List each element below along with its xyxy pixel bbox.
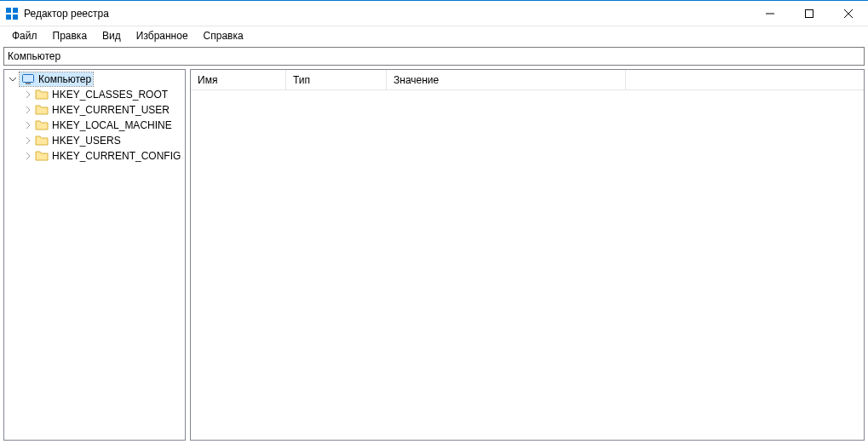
tree-item-hkcu[interactable]: HKEY_CURRENT_USER xyxy=(4,102,185,118)
window-title: Редактор реестра xyxy=(24,8,109,20)
tree-item-label: HKEY_LOCAL_MACHINE xyxy=(52,119,172,131)
folder-icon xyxy=(35,134,49,147)
tree-item-hkcc[interactable]: HKEY_CURRENT_CONFIG xyxy=(4,148,185,164)
column-header-type[interactable]: Тип xyxy=(286,70,387,89)
list-header: Имя Тип Значение xyxy=(191,70,864,90)
folder-icon xyxy=(35,88,49,101)
svg-rect-2 xyxy=(6,14,11,20)
tree-item-label: HKEY_USERS xyxy=(52,135,121,147)
tree-item-label: HKEY_CURRENT_CONFIG xyxy=(52,150,181,162)
menu-file[interactable]: Файл xyxy=(5,28,44,43)
titlebar: Редактор реестра xyxy=(0,1,868,26)
tree-pane[interactable]: Компьютер HKEY_CLASSES_ROOT HKEY_CURRENT… xyxy=(3,69,186,441)
column-header-filler xyxy=(626,70,865,89)
menu-view[interactable]: Вид xyxy=(95,28,128,43)
menu-help[interactable]: Справка xyxy=(197,28,250,43)
close-button[interactable] xyxy=(829,1,868,26)
svg-rect-3 xyxy=(13,14,18,20)
menubar: Файл Правка Вид Избранное Справка xyxy=(0,26,868,45)
list-pane[interactable]: Имя Тип Значение xyxy=(190,69,865,441)
tree-item-hklm[interactable]: HKEY_LOCAL_MACHINE xyxy=(4,118,185,133)
svg-rect-9 xyxy=(26,83,31,84)
tree-item-hkcr[interactable]: HKEY_CLASSES_ROOT xyxy=(4,87,185,102)
tree-item-label: HKEY_CLASSES_ROOT xyxy=(52,89,168,101)
svg-rect-8 xyxy=(23,75,34,83)
svg-rect-0 xyxy=(6,8,11,13)
window-controls xyxy=(750,1,868,26)
chevron-right-icon[interactable] xyxy=(23,105,33,115)
folder-icon xyxy=(35,118,49,132)
minimize-button[interactable] xyxy=(750,1,790,26)
maximize-button[interactable] xyxy=(790,1,829,26)
computer-icon xyxy=(21,72,35,86)
content-area: Компьютер HKEY_CLASSES_ROOT HKEY_CURRENT… xyxy=(0,69,868,444)
tree-item-hku[interactable]: HKEY_USERS xyxy=(4,133,185,148)
column-header-name[interactable]: Имя xyxy=(191,70,286,89)
svg-rect-5 xyxy=(806,9,813,17)
chevron-right-icon[interactable] xyxy=(23,151,33,161)
menu-edit[interactable]: Правка xyxy=(46,28,95,43)
tree-root-label: Компьютер xyxy=(38,73,91,85)
column-header-value[interactable]: Значение xyxy=(387,70,626,89)
tree-item-label: HKEY_CURRENT_USER xyxy=(52,104,170,116)
folder-icon xyxy=(35,149,49,163)
address-bar[interactable]: Компьютер xyxy=(3,47,865,66)
regedit-app-icon xyxy=(5,7,19,20)
address-path: Компьютер xyxy=(8,50,60,62)
chevron-right-icon[interactable] xyxy=(23,136,33,146)
svg-rect-1 xyxy=(13,8,18,13)
chevron-right-icon[interactable] xyxy=(23,89,33,100)
tree-root[interactable]: Компьютер xyxy=(4,72,185,87)
menu-favorites[interactable]: Избранное xyxy=(129,28,195,43)
folder-icon xyxy=(35,103,49,117)
chevron-down-icon[interactable] xyxy=(8,74,18,84)
chevron-right-icon[interactable] xyxy=(23,120,33,130)
